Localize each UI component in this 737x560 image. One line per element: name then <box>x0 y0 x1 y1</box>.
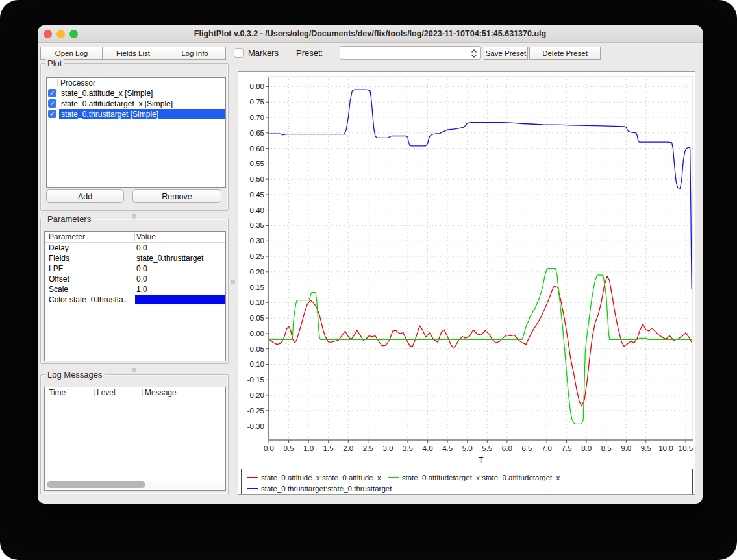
svg-text:1.0: 1.0 <box>303 444 314 452</box>
plot-group: Plot Processor ✓ state_0.attitude_x [Sim… <box>40 63 229 211</box>
value-column-header: Value <box>136 232 156 241</box>
legend-entry: state_0.thrusttarget:state_0.thrusttarge… <box>247 485 392 493</box>
parameter-row[interactable]: LPF 0.0 <box>45 263 225 274</box>
svg-text:8.0: 8.0 <box>581 444 592 452</box>
svg-text:9.5: 9.5 <box>641 444 651 452</box>
legend-entry: state_0.attitude_x:state_0.attitude_x <box>247 474 381 481</box>
svg-text:0.0: 0.0 <box>264 444 274 452</box>
svg-text:0.30: 0.30 <box>250 237 264 245</box>
app-window: FlightPlot v.0.3.2 - /Users/oleg/Documen… <box>38 25 703 504</box>
parameter-row[interactable]: Scale 1.0 <box>45 284 225 295</box>
parameters-table-header: Parameter Value <box>45 232 225 243</box>
svg-text:4.0: 4.0 <box>423 444 433 452</box>
time-column-header: Time <box>49 388 66 397</box>
horizontal-splitter-handle[interactable] <box>132 368 136 372</box>
svg-text:9.0: 9.0 <box>621 444 631 452</box>
series-checked-checkbox[interactable]: ✓ <box>48 99 56 108</box>
svg-text:0.60: 0.60 <box>250 145 264 152</box>
parameter-column-header: Parameter <box>49 232 85 241</box>
parameter-row[interactable]: Fields state_0.thrusttarget <box>45 253 225 263</box>
svg-text:-0.15: -0.15 <box>247 376 264 383</box>
blue-line-sample-icon <box>247 488 258 489</box>
vertical-splitter-handle[interactable] <box>231 280 235 284</box>
svg-text:-0.20: -0.20 <box>247 391 264 399</box>
svg-text:0.05: 0.05 <box>250 314 264 322</box>
plot-series-row[interactable]: ✓ state_0.attitudetarget_x [Simple] <box>47 99 225 109</box>
open-log-button[interactable]: Open Log <box>40 47 103 60</box>
preset-label: Preset: <box>296 48 323 58</box>
svg-text:0.00: 0.00 <box>250 330 264 337</box>
svg-text:0.75: 0.75 <box>250 98 264 106</box>
green-line-sample-icon <box>388 477 399 478</box>
svg-text:8.5: 8.5 <box>601 444 612 452</box>
delete-preset-button[interactable]: Delete Preset <box>529 47 601 60</box>
red-line-sample-icon <box>247 477 258 478</box>
svg-text:T: T <box>479 456 484 465</box>
remove-series-button[interactable]: Remove <box>132 189 221 203</box>
chart-legend: state_0.attitude_x:state_0.attitude_x st… <box>241 469 693 494</box>
plot-group-title: Plot <box>45 58 64 68</box>
log-info-button[interactable]: Log Info <box>164 47 226 60</box>
message-column-header: Message <box>145 388 177 397</box>
parameter-row[interactable]: Offset 0.0 <box>45 274 225 284</box>
screenshot-background: FlightPlot v.0.3.2 - /Users/oleg/Documen… <box>0 0 737 560</box>
parameter-row[interactable]: Delay 0.0 <box>45 243 225 253</box>
add-series-button[interactable]: Add <box>46 189 124 203</box>
svg-text:-0.10: -0.10 <box>247 360 264 368</box>
markers-checkbox[interactable] <box>234 48 244 58</box>
svg-text:6.0: 6.0 <box>502 444 512 452</box>
series-color-swatch[interactable] <box>135 295 225 304</box>
series-checked-checkbox[interactable]: ✓ <box>48 89 56 97</box>
series-checked-checkbox[interactable]: ✓ <box>48 110 56 118</box>
parameter-color-row[interactable]: Color state_0.thrustta... <box>45 295 225 305</box>
svg-text:-0.25: -0.25 <box>247 407 264 415</box>
svg-text:0.55: 0.55 <box>250 160 264 167</box>
svg-text:4.5: 4.5 <box>442 444 453 452</box>
svg-text:0.20: 0.20 <box>250 268 264 276</box>
svg-text:3.0: 3.0 <box>382 444 393 452</box>
svg-text:0.35: 0.35 <box>250 221 264 229</box>
plot-series-row[interactable]: ✓ state_0.attitude_x [Simple] <box>47 88 225 99</box>
svg-text:7.5: 7.5 <box>562 444 572 452</box>
svg-text:0.70: 0.70 <box>250 114 264 121</box>
title-bar: FlightPlot v.0.3.2 - /Users/oleg/Documen… <box>38 25 703 43</box>
fields-list-button[interactable]: Fields List <box>102 47 164 60</box>
markers-label: Markers <box>248 48 279 58</box>
svg-text:3.5: 3.5 <box>403 444 413 452</box>
svg-text:6.5: 6.5 <box>521 444 532 452</box>
toolbar: Open Log Fields List Log Info Markers Pr… <box>38 45 703 61</box>
svg-text:0.40: 0.40 <box>250 206 264 214</box>
plot-series-row[interactable]: ✓ state_0.thrusttarget [Simple] <box>47 109 225 119</box>
svg-text:10.5: 10.5 <box>679 444 693 452</box>
horizontal-splitter-handle[interactable] <box>132 214 136 219</box>
parameters-group: Parameters Parameter Value Delay 0.0 Fie… <box>40 219 229 364</box>
chart-canvas[interactable]: 0.800.750.700.650.600.550.500.450.400.35… <box>238 72 695 496</box>
preset-combobox[interactable] <box>340 46 481 60</box>
log-messages-table: Time Level Message <box>44 387 226 491</box>
chart-panel: 0.800.750.700.650.600.550.500.450.400.35… <box>238 71 695 495</box>
svg-text:2.5: 2.5 <box>363 444 373 452</box>
svg-text:0.80: 0.80 <box>250 82 264 90</box>
scrollbar-thumb[interactable] <box>47 481 145 488</box>
horizontal-scrollbar[interactable] <box>45 481 225 489</box>
legend-entry: state_0.attitudetarget_x:state_0.attitud… <box>388 474 560 481</box>
plot-series-table: Processor ✓ state_0.attitude_x [Simple] … <box>46 77 226 188</box>
log-table-header: Time Level Message <box>45 387 225 398</box>
save-preset-button[interactable]: Save Preset <box>484 47 528 60</box>
svg-text:5.0: 5.0 <box>462 444 473 452</box>
svg-text:0.5: 0.5 <box>284 444 294 452</box>
processor-column-header: Processor <box>60 79 95 88</box>
parameters-table: Parameter Value Delay 0.0 Fields state_0… <box>44 231 226 361</box>
toolbar-button-group: Open Log Fields List Log Info <box>40 47 226 60</box>
window-title: FlightPlot v.0.3.2 - /Users/oleg/Documen… <box>38 29 703 38</box>
combobox-stepper-icon[interactable] <box>470 49 478 58</box>
svg-text:-0.30: -0.30 <box>247 422 264 430</box>
svg-text:1.5: 1.5 <box>323 444 334 452</box>
svg-text:0.65: 0.65 <box>250 129 264 137</box>
log-messages-group: Log Messages Time Level Message <box>40 374 229 494</box>
svg-text:0.25: 0.25 <box>250 252 264 260</box>
svg-text:7.0: 7.0 <box>542 444 552 452</box>
level-column-header: Level <box>97 388 116 397</box>
parameters-group-title: Parameters <box>45 214 94 224</box>
plot-table-header: Processor <box>47 78 225 88</box>
